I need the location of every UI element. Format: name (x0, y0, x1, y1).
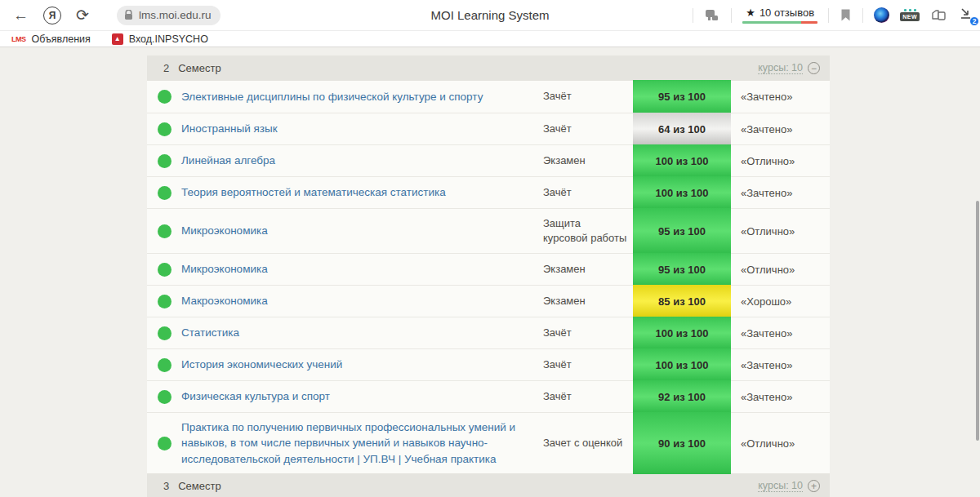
course-row: Микроэкономика Экзамен 95 из 100 «Отличн… (147, 253, 830, 285)
lock-icon (124, 10, 133, 20)
bookmark-item-announcements[interactable]: LMS Объявления (11, 33, 91, 45)
course-name-link[interactable]: Линейная алгебра (181, 154, 275, 166)
course-result: «Хорошо» (731, 295, 830, 308)
course-assessment-type: Экзамен (543, 262, 633, 277)
course-name-link[interactable]: Микроэкономика (181, 263, 268, 275)
course-score: 100 из 100 (655, 359, 708, 371)
expand-semester-icon[interactable]: + (808, 480, 820, 492)
course-status-dot (158, 263, 172, 277)
course-row: Элективные дисциплины по физической куль… (147, 81, 830, 113)
tabs-icon[interactable] (930, 8, 948, 23)
semester-3-courses-count[interactable]: курсы: 10 (758, 480, 803, 492)
divider (693, 8, 693, 23)
course-name-link[interactable]: Практика по получению первичных професси… (181, 421, 515, 465)
course-score-box: 85 из 100 (633, 285, 731, 317)
course-assessment-type: Зачёт (543, 89, 633, 104)
course-list: Элективные дисциплины по физической куль… (147, 81, 830, 473)
page-content: 2 Семестр курсы: 10 − Элективные дисципл… (0, 47, 980, 497)
course-status-dot (158, 186, 172, 200)
course-name-link[interactable]: Теория вероятностей и математическая ста… (181, 186, 446, 198)
bookmark-icon[interactable] (840, 8, 852, 22)
course-row: Физическая культура и спорт Зачёт 92 из … (147, 380, 830, 412)
bookmark-item-inpsycho[interactable]: ▲ Вход.INPSYCHO (112, 33, 208, 45)
course-status-dot (158, 326, 172, 340)
site-reviews-button[interactable]: ★ 10 отзывов (742, 7, 817, 24)
course-row: Линейная алгебра Экзамен 100 из 100 «Отл… (147, 144, 830, 176)
url-text: lms.moi.edu.ru (139, 9, 212, 21)
course-name-link[interactable]: Микроэкономика (181, 224, 268, 237)
yandex-home-icon[interactable]: Я (43, 7, 61, 24)
course-score-box: 95 из 100 (633, 208, 731, 254)
course-score-box: 95 из 100 (633, 253, 731, 286)
lms-favicon: LMS (11, 35, 26, 43)
course-status-dot (158, 358, 172, 372)
semester-2-courses-count[interactable]: курсы: 10 (758, 62, 803, 74)
divider (828, 8, 829, 23)
course-score: 100 из 100 (655, 155, 708, 167)
course-assessment-type: Зачет с оценкой (543, 436, 633, 450)
course-status-dot (158, 154, 172, 168)
course-score: 64 из 100 (658, 123, 706, 135)
course-row: Микроэкономика Защита курсовой работы 95… (147, 208, 830, 253)
course-status-dot (158, 90, 172, 104)
course-name-link[interactable]: Элективные дисциплины по физической куль… (181, 91, 483, 103)
divider (731, 8, 732, 23)
course-result: «Зачтено» (731, 359, 830, 371)
course-score-box: 100 из 100 (633, 348, 731, 381)
course-assessment-type: Зачёт (543, 122, 633, 136)
course-result: «Отлично» (731, 225, 830, 237)
course-assessment-type: Защита курсовой работы (543, 216, 633, 246)
course-assessment-type: Зачёт (543, 357, 633, 372)
course-name-link[interactable]: История экономических учений (181, 358, 342, 371)
course-result: «Зачтено» (731, 91, 830, 103)
course-result: «Зачтено» (731, 123, 830, 135)
divider (862, 8, 863, 23)
course-assessment-type: Экзамен (543, 153, 633, 168)
browser-extension-lens-icon[interactable] (874, 7, 889, 23)
course-row: История экономических учений Зачёт 100 и… (147, 348, 830, 380)
refresh-button[interactable]: ⟳ (76, 7, 89, 23)
course-score-box: 90 из 100 (633, 412, 731, 474)
gradebook-table: 2 Семестр курсы: 10 − Элективные дисципл… (147, 55, 830, 497)
rating-bar (742, 21, 817, 24)
course-row: Теория вероятностей и математическая ста… (147, 176, 830, 208)
course-result: «Зачтено» (731, 327, 830, 339)
course-assessment-type: Зачёт (543, 185, 633, 200)
course-name-link[interactable]: Иностранный язык (181, 122, 278, 135)
course-score: 92 из 100 (658, 391, 706, 403)
course-assessment-type: Зачёт (543, 389, 633, 404)
course-row: Статистика Зачёт 100 из 100 «Зачтено» (147, 317, 830, 348)
course-result: «Зачтено» (731, 187, 830, 199)
course-score-box: 100 из 100 (633, 176, 731, 209)
browser-toolbar: ← Я ⟳ lms.moi.edu.ru MOI Learning System… (0, 0, 980, 31)
course-row: Иностранный язык Зачёт 64 из 100 «Зачтен… (147, 113, 830, 144)
course-score-box: 95 из 100 (633, 80, 731, 113)
course-row: Макроэкономика Экзамен 85 из 100 «Хорошо… (147, 285, 830, 317)
collapse-semester-icon[interactable]: − (808, 62, 820, 74)
course-score: 90 из 100 (658, 437, 706, 450)
course-row: Практика по получению первичных професси… (147, 412, 830, 473)
course-result: «Отлично» (731, 264, 830, 276)
course-score: 100 из 100 (655, 187, 708, 199)
course-score-box: 92 из 100 (633, 380, 731, 413)
extensions-icon[interactable] (704, 8, 720, 23)
course-score: 95 из 100 (658, 225, 706, 237)
course-score: 95 из 100 (658, 91, 706, 103)
course-name-link[interactable]: Статистика (181, 326, 239, 339)
course-score: 85 из 100 (658, 295, 706, 308)
course-name-link[interactable]: Физическая культура и спорт (181, 390, 330, 402)
new-feature-icon[interactable]: NEW (900, 9, 920, 21)
back-button[interactable]: ← (13, 7, 29, 23)
course-name-link[interactable]: Макроэкономика (181, 295, 268, 307)
course-assessment-type: Зачёт (543, 326, 633, 340)
course-score-box: 100 из 100 (633, 317, 731, 349)
bookmarks-bar: LMS Объявления ▲ Вход.INPSYCHO (0, 31, 980, 47)
downloads-button[interactable]: 2 (959, 7, 977, 24)
course-score-box: 100 из 100 (633, 144, 731, 177)
address-bar[interactable]: lms.moi.edu.ru (117, 6, 221, 25)
course-assessment-type: Экзамен (543, 294, 633, 308)
scrollbar-thumb[interactable] (976, 201, 979, 441)
course-status-dot (158, 122, 172, 136)
course-status-dot (158, 295, 172, 308)
course-score-box: 64 из 100 (633, 113, 731, 145)
